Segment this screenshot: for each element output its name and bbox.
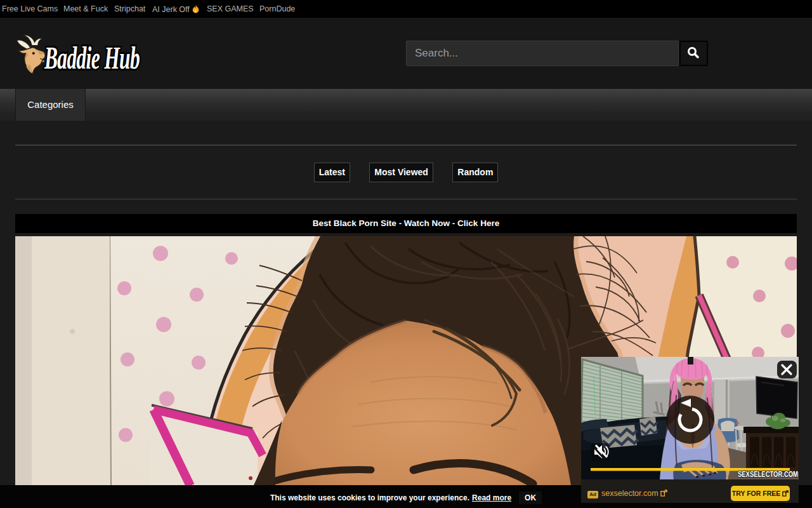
svg-text:Baddie Hub: Baddie Hub — [44, 40, 140, 76]
svg-text:SEXSELECTOR.COM: SEXSELECTOR.COM — [738, 469, 798, 479]
